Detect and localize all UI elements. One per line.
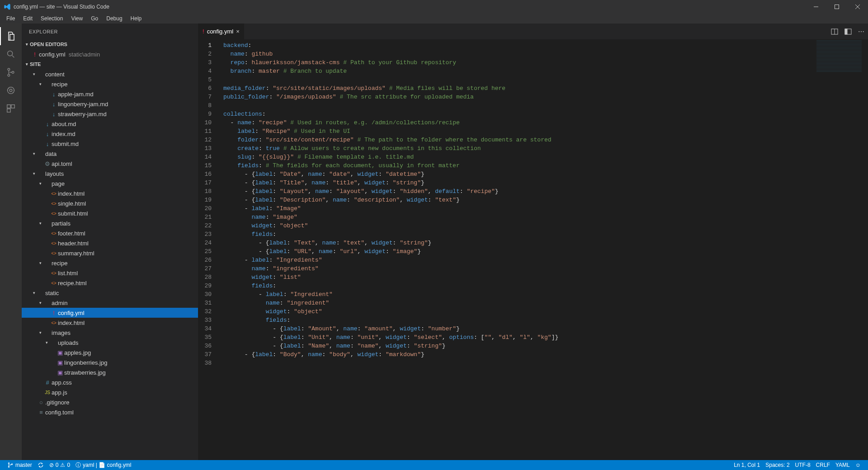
status-problems[interactable]: ⊘0 ⚠0 [47,462,73,468]
chevron-icon: ▾ [37,82,43,86]
folder-recipe[interactable]: ▾recipe [22,79,198,89]
svg-point-2 [8,68,10,70]
file-type-icon: <> [50,281,58,286]
file-type-icon: ⚙ [43,160,52,167]
menu-go[interactable]: Go [87,14,102,23]
file-about.md[interactable]: ↓about.md [22,119,198,129]
file-apples.jpg[interactable]: ▣apples.jpg [22,348,198,357]
file-index.html[interactable]: <>index.html [22,318,198,328]
tab-config-yml[interactable]: ! config.yml × [198,24,245,39]
status-encoding[interactable]: UTF-8 [793,462,813,468]
editor-body[interactable]: 1234567891011121314151617181920212223242… [198,39,868,460]
code-content[interactable]: backend: name: github repo: hlaueriksson… [220,39,868,460]
file-app.css[interactable]: #app.css [22,377,198,387]
file-list.html[interactable]: <>list.html [22,268,198,278]
folder-content[interactable]: ▾content [22,69,198,79]
chevron-down-icon: ▾ [24,42,30,47]
status-spaces[interactable]: Spaces: 2 [763,462,792,468]
file-config.yml[interactable]: !config.yml [22,308,198,318]
tree-item-label: static [45,290,59,296]
activity-explorer-icon[interactable] [0,27,22,45]
menu-view[interactable]: View [67,14,86,23]
file-summary.html[interactable]: <>summary.html [22,248,198,258]
folder-images[interactable]: ▾images [22,328,198,338]
panel-toggle-icon[interactable] [844,28,852,35]
open-editor-item[interactable]: ! config.yml static\admin [22,49,198,59]
file-single.html[interactable]: <>single.html [22,198,198,208]
menu-selection[interactable]: Selection [37,14,66,23]
menu-file[interactable]: File [3,14,19,23]
file-index.md[interactable]: ↓index.md [22,129,198,139]
folder-uploads[interactable]: ▾uploads [22,338,198,348]
file-header.html[interactable]: <>header.html [22,238,198,248]
svg-rect-8 [11,105,14,108]
status-info[interactable]: ⓘyaml | 📄 config.yml [73,461,134,469]
activity-source-control-icon[interactable] [0,63,22,81]
folder-page[interactable]: ▾page [22,179,198,188]
svg-rect-7 [7,105,10,108]
tree-item-label: summary.html [58,250,94,257]
file-app.js[interactable]: JSapp.js [22,387,198,397]
status-lang[interactable]: YAML [833,462,853,468]
close-icon[interactable]: × [236,28,240,35]
file-strawberry-jam.md[interactable]: ↓strawberry-jam.md [22,109,198,119]
split-editor-icon[interactable] [831,28,838,35]
chevron-icon: ▾ [37,181,43,186]
tree-item-label: page [52,180,65,187]
folder-recipe[interactable]: ▾recipe [22,258,198,268]
tab-bar: ! config.yml × ⋯ [198,24,868,39]
tab-label: config.yml [207,28,234,35]
folder-static[interactable]: ▾static [22,288,198,298]
tree-item-label: admin [52,300,67,306]
activity-extensions-icon[interactable] [0,99,22,118]
file-recipe.html[interactable]: <>recipe.html [22,278,198,288]
open-editors-header[interactable]: ▾ OPEN EDITORS [22,39,198,49]
file-lingonberries.jpg[interactable]: ▣lingonberries.jpg [22,357,198,367]
status-sync[interactable] [35,462,47,468]
minimize-button[interactable] [806,0,826,14]
svg-point-4 [12,71,14,74]
file-submit.md[interactable]: ↓submit.md [22,139,198,149]
tree-item-label: uploads [58,339,79,346]
tree-item-label: index.md [52,131,75,137]
status-branch[interactable]: master [5,462,35,468]
tree-item-label: content [45,71,65,78]
folder-admin[interactable]: ▾admin [22,298,198,308]
svg-point-14 [8,466,9,467]
menu-edit[interactable]: Edit [19,14,36,23]
status-ln-col[interactable]: Ln 1, Col 1 [731,462,763,468]
file-footer.html[interactable]: <>footer.html [22,228,198,238]
folder-data[interactable]: ▾data [22,149,198,159]
minimap[interactable] [816,40,862,72]
chevron-icon: ▾ [31,151,37,156]
activity-debug-icon[interactable] [0,81,22,99]
chevron-down-icon: ▾ [24,62,30,66]
file-submit.html[interactable]: <>submit.html [22,208,198,218]
menu-help[interactable]: Help [127,14,146,23]
maximize-button[interactable] [826,0,847,14]
menu-debug[interactable]: Debug [103,14,126,23]
file-type-icon: <> [50,251,58,256]
svg-point-6 [9,89,12,92]
file-config.toml[interactable]: ≡config.toml [22,407,198,417]
tree-item-label: partials [52,220,71,227]
project-header[interactable]: ▾ SITE [22,59,198,69]
chevron-icon: ▾ [31,171,37,176]
file-type-icon: ▣ [56,359,64,366]
file-type-icon: JS [43,390,52,395]
file-lingonberry-jam.md[interactable]: ↓lingonberry-jam.md [22,99,198,109]
activity-search-icon[interactable] [0,45,22,63]
close-button[interactable] [847,0,868,14]
file-apple-jam.md[interactable]: ↓apple-jam.md [22,89,198,99]
status-eol[interactable]: CRLF [813,462,833,468]
status-feedback-icon[interactable]: ☺ [853,462,863,468]
file-type-icon: ! [50,310,58,316]
file-api.toml[interactable]: ⚙api.toml [22,159,198,169]
tree-item-label: footer.html [58,230,85,237]
folder-partials[interactable]: ▾partials [22,218,198,228]
file-.gitignore[interactable]: ○.gitignore [22,397,198,407]
more-icon[interactable]: ⋯ [858,28,864,35]
folder-layouts[interactable]: ▾layouts [22,169,198,179]
file-index.html[interactable]: <>index.html [22,188,198,198]
file-strawberries.jpg[interactable]: ▣strawberries.jpg [22,367,198,377]
